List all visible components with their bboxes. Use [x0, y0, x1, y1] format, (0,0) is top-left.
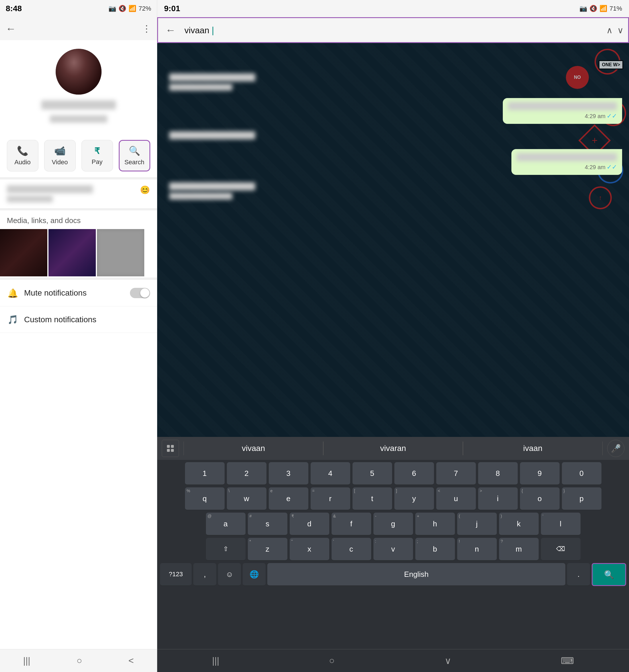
key-j[interactable]: (j [457, 512, 497, 535]
key-i[interactable]: >i [478, 487, 518, 510]
media-thumb-1[interactable] [0, 229, 47, 277]
pay-button[interactable]: ₹ Pay [81, 140, 113, 171]
key-n[interactable]: !n [457, 538, 497, 561]
status-text-2 [7, 195, 53, 202]
msg-ticks-1: ✓✓ [607, 112, 617, 120]
wifi-icon-right: 📶 [600, 5, 607, 12]
key-4[interactable]: 4 [311, 462, 350, 485]
shift-key[interactable]: ⇧ [206, 538, 246, 561]
key-w[interactable]: \w [227, 487, 266, 510]
message-2: 4:29 am ✓✓ [503, 98, 622, 124]
msg-time-1: 4:29 am ✓✓ [508, 112, 617, 120]
status-emoji: 😊 [140, 185, 150, 195]
suggestion-1[interactable]: vivaan [184, 441, 323, 455]
key-p[interactable]: }p [562, 487, 602, 510]
key-k[interactable]: )k [499, 512, 539, 535]
key-f[interactable]: &f [331, 512, 371, 535]
msg-blur-1 [169, 73, 255, 81]
camera-icon: 📷 [109, 5, 116, 12]
mute-notifications-item[interactable]: 🔔 Mute notifications [0, 280, 157, 307]
mic-button[interactable]: 🎤 [607, 440, 624, 457]
key-5[interactable]: 5 [352, 462, 392, 485]
search-back-button[interactable]: ← [163, 24, 179, 36]
key-m[interactable]: ?m [499, 538, 539, 561]
key-x[interactable]: "x [290, 538, 329, 561]
key-s[interactable]: #s [248, 512, 287, 535]
media-thumb-3[interactable] [97, 229, 144, 277]
back-nav-btn-right[interactable]: ∨ [436, 652, 460, 669]
audio-label: Audio [14, 159, 30, 166]
key-g[interactable]: -g [373, 512, 413, 535]
svg-rect-2 [167, 449, 170, 452]
video-label: Video [52, 159, 68, 166]
key-r[interactable]: =r [311, 487, 350, 510]
key-e[interactable]: ee [269, 487, 308, 510]
key-v[interactable]: :v [373, 538, 413, 561]
back-nav-btn-left[interactable]: < [120, 652, 143, 669]
backspace-key[interactable]: ⌫ [541, 538, 581, 561]
suggestions-row: vivaan vivaran ivaan 🎤 [157, 437, 629, 460]
key-9[interactable]: 9 [520, 462, 560, 485]
zxcv-row: ⇧ *z "x 'c :v ;b !n ?m ⌫ [160, 538, 626, 561]
bubble-sent-1: 4:29 am ✓✓ [503, 98, 622, 124]
mute-toggle[interactable] [130, 288, 150, 298]
key-2[interactable]: 2 [227, 462, 266, 485]
key-u[interactable]: <u [436, 487, 476, 510]
mute-icon: 🔇 [118, 5, 126, 12]
key-d[interactable]: ₹d [290, 512, 329, 535]
emoji-key[interactable]: ☺ [218, 563, 241, 586]
key-h[interactable]: +h [415, 512, 455, 535]
avatar[interactable] [56, 49, 101, 95]
key-l[interactable]: 'l [541, 512, 581, 535]
divider-3 [0, 278, 157, 280]
key-3[interactable]: 3 [269, 462, 308, 485]
back-button-left[interactable]: ← [6, 23, 16, 35]
settings-section: 🔔 Mute notifications 🎵 Custom notificati… [0, 280, 157, 649]
num-switch-key[interactable]: ?123 [160, 563, 192, 586]
globe-key[interactable]: 🌐 [243, 563, 265, 586]
keyboard-grid-icon[interactable] [162, 440, 179, 457]
key-z[interactable]: *z [248, 538, 287, 561]
camera-icon-right: 📷 [579, 5, 587, 12]
key-7[interactable]: 7 [436, 462, 476, 485]
prev-result-button[interactable]: ∧ [606, 25, 613, 35]
more-options-button[interactable]: ⋮ [142, 23, 151, 34]
recent-apps-btn-right[interactable]: ||| [203, 652, 228, 669]
key-o[interactable]: {o [520, 487, 560, 510]
audio-button[interactable]: 📞 Audio [7, 140, 39, 171]
recent-apps-btn-left[interactable]: ||| [15, 652, 39, 669]
key-6[interactable]: 6 [394, 462, 434, 485]
pay-label: Pay [92, 158, 103, 166]
action-buttons-row: 📞 Audio 📹 Video ₹ Pay 🔍 Search [0, 134, 157, 177]
svg-rect-1 [171, 445, 174, 448]
key-8[interactable]: 8 [478, 462, 518, 485]
custom-notifications-item[interactable]: 🎵 Custom notifications [0, 307, 157, 333]
audio-icon: 📞 [17, 145, 28, 156]
space-key[interactable]: English [267, 563, 565, 586]
key-c[interactable]: 'c [331, 538, 371, 561]
key-y[interactable]: ]y [394, 487, 434, 510]
key-0[interactable]: 0 [562, 462, 602, 485]
keyboard-search-button[interactable]: 🔍 [592, 563, 626, 586]
custom-notif-icon: 🎵 [7, 314, 18, 325]
home-btn-left[interactable]: ○ [68, 652, 91, 669]
key-q[interactable]: %q [185, 487, 225, 510]
video-button[interactable]: 📹 Video [44, 140, 76, 171]
search-button[interactable]: 🔍 Search [119, 140, 150, 171]
next-result-button[interactable]: ∨ [617, 25, 624, 35]
period-key[interactable]: . [567, 563, 590, 586]
chat-area: ↗ NO ONE W> → ✕ ↻ ↑ Yesterday [157, 43, 629, 437]
suggestion-2[interactable]: vivaran [323, 441, 463, 455]
key-a[interactable]: @a [206, 512, 246, 535]
search-icon-action: 🔍 [129, 145, 140, 156]
mute-icon-right: 🔇 [589, 5, 597, 12]
media-thumb-2[interactable] [48, 229, 96, 277]
suggestion-3[interactable]: ivaan [463, 441, 603, 455]
key-b[interactable]: ;b [415, 538, 455, 561]
home-btn-right[interactable]: ○ [320, 652, 343, 669]
keyboard-switcher-btn[interactable]: ⌨ [552, 652, 583, 669]
key-1[interactable]: 1 [185, 462, 225, 485]
comma-key[interactable]: , [193, 563, 216, 586]
left-panel: 8:48 📷 🔇 📶 72% ← ⋮ 📞 Audio 📹 Video ₹ [0, 0, 157, 672]
key-t[interactable]: [t [352, 487, 392, 510]
